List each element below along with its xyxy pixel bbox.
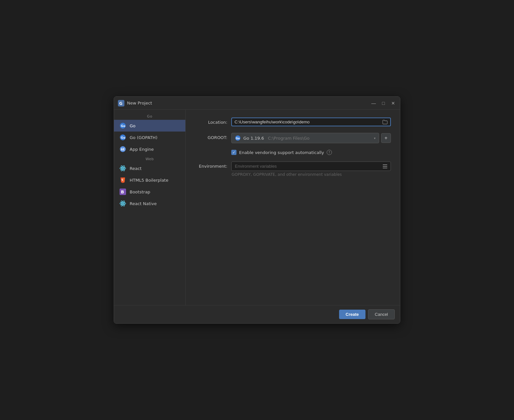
minimize-button[interactable]: — <box>371 100 377 106</box>
environment-field: GOPROXY, GOPRIVATE, and other environmen… <box>231 161 391 177</box>
svg-point-11 <box>122 168 123 169</box>
vendoring-help-icon[interactable]: ? <box>327 150 332 155</box>
vendoring-row: ✓ Enable vendoring support automatically… <box>231 150 391 155</box>
goroot-chevron-icon: ▾ <box>374 136 376 140</box>
location-field <box>231 118 391 126</box>
environment-label: Environment: <box>195 161 227 169</box>
sidebar-item-react-native-label: React Native <box>130 201 157 206</box>
sidebar-item-react[interactable]: React <box>114 162 185 174</box>
svg-rect-25 <box>383 168 387 168</box>
environment-input[interactable] <box>235 164 383 169</box>
sidebar-item-react-label: React <box>130 166 142 171</box>
go-icon: Go <box>119 122 126 129</box>
goroot-select-wrapper: Go Go 1.19.6 C:\Program Files\Go ▾ + <box>231 133 391 143</box>
sidebar-item-app-engine-label: App Engine <box>130 147 154 152</box>
go-select-icon: Go <box>235 135 241 141</box>
svg-rect-24 <box>383 166 387 167</box>
html5-icon: 5 <box>119 176 126 184</box>
titlebar-left: G New Project <box>118 100 152 106</box>
svg-text:G: G <box>119 101 122 106</box>
sidebar-item-go[interactable]: Go Go <box>114 120 185 132</box>
environment-hint: GOPROXY, GOPRIVATE, and other environmen… <box>232 172 391 177</box>
close-button[interactable]: ✕ <box>390 100 396 106</box>
app-engine-icon: AE <box>119 146 126 153</box>
svg-text:5: 5 <box>121 179 123 182</box>
environment-row: Environment: GOPROXY, GOPRIVATE, and ot <box>195 161 391 177</box>
project-type-sidebar: Go Go Go Go Go (GOPATH) <box>114 110 186 305</box>
sidebar-item-react-native[interactable]: React Native <box>114 198 185 209</box>
sidebar-item-bootstrap-label: Bootstrap <box>130 189 150 194</box>
sidebar-item-bootstrap[interactable]: B Bootstrap <box>114 186 185 198</box>
vendoring-checkbox[interactable]: ✓ <box>231 150 236 155</box>
bootstrap-icon: B <box>119 188 126 195</box>
location-label: Location: <box>195 118 227 125</box>
new-project-dialog: G New Project — □ ✕ Go Go Go <box>114 96 400 324</box>
goroot-value: Go 1.19.6 <box>243 136 264 141</box>
location-input[interactable] <box>235 119 380 124</box>
sidebar-item-app-engine[interactable]: AE App Engine <box>114 143 185 155</box>
dialog-content: Go Go Go Go Go (GOPATH) <box>114 110 400 305</box>
svg-text:B: B <box>121 189 124 194</box>
goroot-row: GOROOT: Go Go 1.19.6 C:\Program Files\Go… <box>195 133 391 143</box>
create-button[interactable]: Create <box>339 310 365 319</box>
goroot-label: GOROOT: <box>195 133 227 140</box>
environment-input-wrapper <box>231 161 391 171</box>
folder-browse-button[interactable] <box>382 120 388 124</box>
react-icon <box>119 165 126 172</box>
titlebar: G New Project — □ ✕ <box>114 97 400 110</box>
environment-list-button[interactable] <box>383 164 387 168</box>
goroot-select[interactable]: Go Go 1.19.6 C:\Program Files\Go ▾ <box>231 133 379 143</box>
svg-rect-23 <box>383 164 387 165</box>
go-section-label: Go <box>114 112 185 120</box>
go-gopath-icon: Go <box>119 134 126 141</box>
cancel-button[interactable]: Cancel <box>368 309 395 319</box>
goroot-add-button[interactable]: + <box>381 133 391 143</box>
location-row: Location: <box>195 118 391 126</box>
window-controls: — □ ✕ <box>371 100 396 106</box>
dialog-footer: Create Cancel <box>114 305 400 323</box>
web-section-label: Web <box>114 155 185 162</box>
main-panel: Location: GOROOT: <box>186 110 400 305</box>
react-native-icon <box>119 200 126 207</box>
svg-point-20 <box>122 203 123 204</box>
sidebar-item-html5[interactable]: 5 HTML5 Boilerplate <box>114 174 185 186</box>
sidebar-item-go-label: Go <box>130 123 136 128</box>
sidebar-item-go-gopath-label: Go (GOPATH) <box>130 135 157 140</box>
svg-text:AE: AE <box>121 148 125 151</box>
sidebar-item-html5-label: HTML5 Boilerplate <box>130 178 168 183</box>
maximize-button[interactable]: □ <box>380 100 386 106</box>
svg-text:Go: Go <box>121 124 125 128</box>
checkbox-check-icon: ✓ <box>232 150 235 155</box>
svg-text:Go: Go <box>121 136 125 139</box>
app-icon: G <box>118 100 124 106</box>
svg-text:Go: Go <box>236 137 240 140</box>
vendoring-label: Enable vendoring support automatically <box>239 150 324 155</box>
location-input-wrapper <box>231 118 391 126</box>
goroot-path: C:\Program Files\Go <box>268 136 310 141</box>
sidebar-item-go-gopath[interactable]: Go Go (GOPATH) <box>114 132 185 143</box>
window-title: New Project <box>127 101 152 105</box>
goroot-select-inner: Go Go 1.19.6 C:\Program Files\Go <box>235 135 309 141</box>
